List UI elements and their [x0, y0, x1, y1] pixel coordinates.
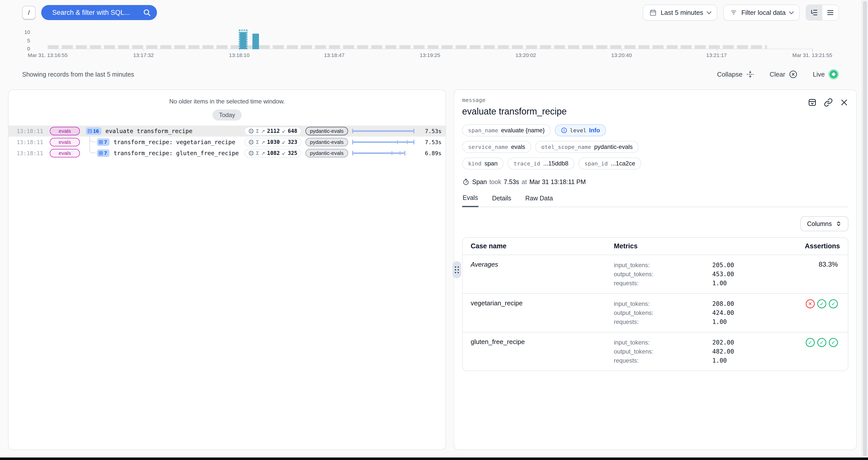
tree-view-icon: [810, 8, 818, 17]
span-duration-line: Span took 7.53s at Mar 31 13:18:11 PM: [462, 178, 848, 186]
close-panel-button[interactable]: [840, 98, 848, 107]
span-duration: 7.53s: [504, 178, 519, 186]
metric-key: output_tokens:: [614, 308, 712, 317]
y-axis-tick: 0: [14, 46, 30, 52]
span-name-chip[interactable]: span_name evaluate {name}: [462, 124, 551, 136]
collapse-button[interactable]: Collapse: [717, 70, 754, 78]
span-id-chip[interactable]: span_id ...1ca2ce: [579, 158, 641, 169]
assertion-pass-icon: ✓: [829, 299, 838, 308]
columns-button[interactable]: Columns: [800, 216, 848, 231]
attr-key: service_name: [468, 144, 508, 150]
scope-tag[interactable]: pydantic-evals: [305, 149, 348, 158]
trace-row[interactable]: 13:18:11 evals ⊞ 7 transform_recipe: glu…: [8, 147, 445, 159]
detail-title: evaluate transform_recipe: [462, 106, 848, 117]
columns-button-label: Columns: [807, 220, 832, 228]
table-toolbar: Columns: [462, 216, 848, 231]
service-name-chip[interactable]: service_name evals: [462, 141, 531, 153]
span-word: Span: [472, 178, 487, 186]
tab-evals[interactable]: Evals: [462, 194, 478, 207]
tokens-icon: [248, 139, 254, 145]
table-row[interactable]: Averages input_tokens:205.00 output_toke…: [463, 255, 848, 293]
search-button[interactable]: Search & filter with SQL...: [41, 5, 157, 20]
tokens-icon: [248, 128, 254, 134]
metric-key: output_tokens:: [614, 270, 712, 279]
scrollbar-thumb[interactable]: [863, 1, 867, 457]
window-bottom-edge: [0, 458, 868, 460]
record-kind-kicker: message: [462, 97, 848, 103]
trace-row[interactable]: 13:18:11 evals ⊞ 7 transform_recipe: veg…: [8, 137, 445, 147]
expand-node-chip[interactable]: ⊞ 7: [97, 150, 110, 157]
sigma-icon: Σ: [256, 128, 259, 134]
axis-tick: [717, 49, 717, 51]
evals-tag[interactable]: evals: [50, 138, 80, 146]
evals-tag[interactable]: evals: [50, 127, 80, 135]
records-timeline-chart[interactable]: 10 5 0 Mar 31. 13:16:55 13:17:32 13:18:1…: [14, 27, 834, 62]
tab-details[interactable]: Details: [492, 194, 512, 207]
x-axis-end-tick: [812, 49, 813, 52]
info-icon: [561, 127, 567, 134]
assertion-pass-icon: ✓: [829, 338, 838, 347]
attr-key: kind: [468, 160, 482, 167]
assertion-pass-icon: ✓: [817, 299, 826, 308]
duration-bar: [352, 153, 414, 154]
trace-id-chip[interactable]: trace_id ...15ddb8: [507, 158, 575, 169]
tab-raw-data[interactable]: Raw Data: [525, 194, 554, 207]
window-scrollbar[interactable]: [862, 0, 868, 458]
tree-view-toggle[interactable]: [806, 5, 822, 20]
output-tokens-count: 325: [288, 150, 298, 156]
scope-tag[interactable]: pydantic-evals: [305, 138, 348, 146]
topbar-right-controls: Last 5 minutes Filter local data: [643, 4, 839, 21]
table-row[interactable]: vegetarian_recipe input_tokens:208.00 ou…: [463, 293, 848, 332]
expand-node-chip[interactable]: ⊞ 7: [97, 138, 110, 146]
attribute-chips-row: span_name evaluate {name} level Info: [462, 124, 848, 136]
histogram-bar[interactable]: [240, 32, 246, 49]
link-icon: [824, 98, 833, 107]
tokens-icon: [248, 151, 254, 156]
level-key: level: [570, 127, 586, 134]
list-view-toggle[interactable]: [822, 5, 838, 20]
time-range-dropdown[interactable]: Last 5 minutes: [643, 4, 717, 21]
chart-plot-area[interactable]: [48, 27, 826, 49]
token-stats-pill[interactable]: Σ ↗ 1030 ↙ 323: [244, 138, 301, 146]
kind-chip[interactable]: kind span: [462, 158, 503, 169]
metric-key: requests:: [614, 356, 712, 365]
table-row[interactable]: gluten_free_recipe input_tokens:202.00 o…: [463, 332, 848, 371]
copy-link-button[interactable]: [824, 98, 833, 107]
x-axis-label: 13:20:02: [516, 52, 536, 58]
close-icon: [840, 98, 848, 107]
took-word: took: [489, 178, 501, 186]
input-tokens-count: 1030: [267, 139, 280, 145]
at-word: at: [522, 178, 527, 186]
top-bar: / Search & filter with SQL... Last 5 min…: [0, 0, 868, 25]
minus-square-icon: ⊟: [87, 128, 92, 134]
sort-chevrons-icon: [835, 221, 842, 227]
evals-tag[interactable]: evals: [50, 149, 80, 158]
trace-row[interactable]: 13:18:11 evals ⊟ 16 evaluate transform_r…: [8, 126, 445, 137]
axis-tick: [622, 49, 622, 51]
metrics-cell: input_tokens:208.00 output_tokens:424.00…: [614, 299, 783, 326]
axis-tick: [334, 49, 335, 51]
evals-table: Case name Metrics Assertions Averages in…: [462, 237, 848, 371]
clear-button[interactable]: Clear: [770, 70, 798, 79]
x-axis-label: 13:18:47: [324, 52, 345, 58]
filter-dropdown[interactable]: Filter local data: [723, 4, 800, 21]
x-axis-label: 13:20:40: [611, 52, 632, 58]
attr-key: span_id: [584, 160, 608, 167]
col-header-metrics: Metrics: [614, 242, 783, 250]
slash-shortcut-key: /: [22, 6, 36, 19]
live-toggle[interactable]: Live: [813, 69, 839, 79]
otel-scope-chip[interactable]: otel_scope_name pydantic-evals: [535, 141, 639, 153]
metrics-cell: input_tokens:205.00 output_tokens:453.00…: [614, 261, 783, 288]
attribute-chips-row: service_name evals otel_scope_name pydan…: [462, 141, 848, 153]
scope-tag[interactable]: pydantic-evals: [305, 127, 348, 135]
dock-panel-icon: [808, 98, 817, 107]
dock-panel-button[interactable]: [808, 98, 817, 107]
token-stats-pill[interactable]: Σ ↗ 2112 ↙ 648: [244, 127, 301, 135]
level-chip[interactable]: level Info: [555, 124, 606, 136]
token-stats-pill[interactable]: Σ ↗ 1082 ↙ 325: [244, 149, 301, 158]
metric-value: 1.00: [712, 356, 783, 365]
panel-resize-handle[interactable]: [453, 261, 461, 278]
filter-label: Filter local data: [741, 9, 786, 17]
histogram-bar[interactable]: [252, 34, 259, 49]
list-view-icon: [826, 8, 834, 17]
